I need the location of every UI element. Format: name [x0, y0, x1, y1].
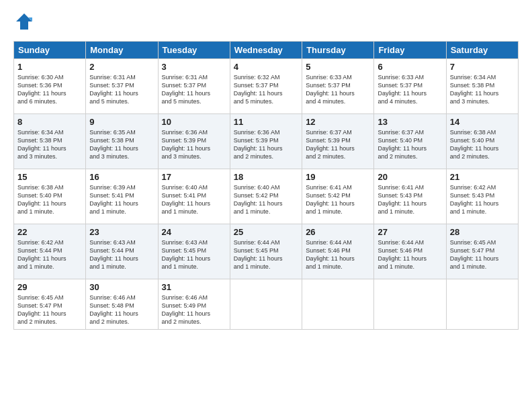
calendar-table: SundayMondayTuesdayWednesdayThursdayFrid…	[13, 41, 519, 330]
calendar-cell: 10Sunrise: 6:36 AM Sunset: 5:39 PM Dayli…	[158, 114, 230, 169]
day-number: 10	[162, 117, 226, 127]
calendar-cell: 3Sunrise: 6:31 AM Sunset: 5:37 PM Daylig…	[158, 59, 230, 114]
cell-text: Sunrise: 6:44 AM Sunset: 5:45 PM Dayligh…	[234, 238, 298, 271]
cell-text: Sunrise: 6:45 AM Sunset: 5:47 PM Dayligh…	[17, 293, 82, 326]
page: SundayMondayTuesdayWednesdayThursdayFrid…	[0, 0, 532, 411]
day-number: 9	[89, 117, 154, 127]
calendar-cell: 18Sunrise: 6:40 AM Sunset: 5:42 PM Dayli…	[230, 169, 302, 224]
day-number: 15	[17, 172, 82, 182]
calendar-cell: 4Sunrise: 6:32 AM Sunset: 5:37 PM Daylig…	[230, 59, 302, 114]
day-number: 6	[378, 62, 442, 72]
calendar-cell	[374, 279, 446, 330]
cell-text: Sunrise: 6:36 AM Sunset: 5:39 PM Dayligh…	[162, 128, 226, 161]
calendar-cell: 22Sunrise: 6:42 AM Sunset: 5:44 PM Dayli…	[14, 224, 86, 279]
calendar-header-wednesday: Wednesday	[230, 42, 302, 59]
cell-text: Sunrise: 6:43 AM Sunset: 5:45 PM Dayligh…	[162, 238, 226, 271]
calendar-header-sunday: Sunday	[14, 42, 86, 59]
day-number: 12	[306, 117, 370, 127]
calendar-cell: 31Sunrise: 6:46 AM Sunset: 5:49 PM Dayli…	[158, 279, 230, 330]
cell-text: Sunrise: 6:30 AM Sunset: 5:36 PM Dayligh…	[17, 73, 82, 106]
calendar-week-1: 1Sunrise: 6:30 AM Sunset: 5:36 PM Daylig…	[14, 59, 519, 114]
day-number: 29	[17, 282, 82, 292]
cell-text: Sunrise: 6:31 AM Sunset: 5:37 PM Dayligh…	[89, 73, 154, 106]
header	[13, 12, 519, 34]
calendar-cell: 19Sunrise: 6:41 AM Sunset: 5:42 PM Dayli…	[302, 169, 374, 224]
calendar-cell: 13Sunrise: 6:37 AM Sunset: 5:40 PM Dayli…	[374, 114, 446, 169]
cell-text: Sunrise: 6:34 AM Sunset: 5:38 PM Dayligh…	[450, 73, 515, 106]
cell-text: Sunrise: 6:41 AM Sunset: 5:42 PM Dayligh…	[306, 183, 370, 216]
calendar-week-2: 8Sunrise: 6:34 AM Sunset: 5:38 PM Daylig…	[14, 114, 519, 169]
calendar-week-3: 15Sunrise: 6:38 AM Sunset: 5:40 PM Dayli…	[14, 169, 519, 224]
calendar-cell: 26Sunrise: 6:44 AM Sunset: 5:46 PM Dayli…	[302, 224, 374, 279]
cell-text: Sunrise: 6:41 AM Sunset: 5:43 PM Dayligh…	[378, 183, 442, 216]
calendar-cell: 14Sunrise: 6:38 AM Sunset: 5:40 PM Dayli…	[446, 114, 518, 169]
calendar-cell: 8Sunrise: 6:34 AM Sunset: 5:38 PM Daylig…	[14, 114, 86, 169]
calendar-cell: 29Sunrise: 6:45 AM Sunset: 5:47 PM Dayli…	[14, 279, 86, 330]
cell-text: Sunrise: 6:44 AM Sunset: 5:46 PM Dayligh…	[378, 238, 442, 271]
cell-text: Sunrise: 6:46 AM Sunset: 5:48 PM Dayligh…	[89, 293, 154, 326]
day-number: 23	[89, 227, 154, 237]
calendar-cell: 15Sunrise: 6:38 AM Sunset: 5:40 PM Dayli…	[14, 169, 86, 224]
day-number: 27	[378, 227, 442, 237]
calendar-cell: 17Sunrise: 6:40 AM Sunset: 5:41 PM Dayli…	[158, 169, 230, 224]
day-number: 2	[89, 62, 154, 72]
cell-text: Sunrise: 6:36 AM Sunset: 5:39 PM Dayligh…	[234, 128, 298, 161]
day-number: 19	[306, 172, 370, 182]
calendar-cell: 9Sunrise: 6:35 AM Sunset: 5:38 PM Daylig…	[86, 114, 158, 169]
cell-text: Sunrise: 6:43 AM Sunset: 5:44 PM Dayligh…	[89, 238, 154, 271]
logo-text	[13, 12, 34, 34]
cell-text: Sunrise: 6:38 AM Sunset: 5:40 PM Dayligh…	[450, 128, 515, 161]
calendar-week-4: 22Sunrise: 6:42 AM Sunset: 5:44 PM Dayli…	[14, 224, 519, 279]
day-number: 21	[450, 172, 515, 182]
calendar-cell: 25Sunrise: 6:44 AM Sunset: 5:45 PM Dayli…	[230, 224, 302, 279]
cell-text: Sunrise: 6:34 AM Sunset: 5:38 PM Dayligh…	[17, 128, 82, 161]
day-number: 1	[17, 62, 82, 72]
calendar-cell: 5Sunrise: 6:33 AM Sunset: 5:37 PM Daylig…	[302, 59, 374, 114]
calendar-cell: 20Sunrise: 6:41 AM Sunset: 5:43 PM Dayli…	[374, 169, 446, 224]
calendar-cell: 12Sunrise: 6:37 AM Sunset: 5:39 PM Dayli…	[302, 114, 374, 169]
day-number: 7	[450, 62, 515, 72]
cell-text: Sunrise: 6:44 AM Sunset: 5:46 PM Dayligh…	[306, 238, 370, 271]
calendar-body: 1Sunrise: 6:30 AM Sunset: 5:36 PM Daylig…	[14, 59, 519, 330]
day-number: 5	[306, 62, 370, 72]
day-number: 3	[162, 62, 226, 72]
cell-text: Sunrise: 6:33 AM Sunset: 5:37 PM Dayligh…	[378, 73, 442, 106]
calendar-header-row: SundayMondayTuesdayWednesdayThursdayFrid…	[14, 42, 519, 59]
calendar-header-thursday: Thursday	[302, 42, 374, 59]
cell-text: Sunrise: 6:39 AM Sunset: 5:41 PM Dayligh…	[89, 183, 154, 216]
calendar-cell	[230, 279, 302, 330]
calendar-cell: 2Sunrise: 6:31 AM Sunset: 5:37 PM Daylig…	[86, 59, 158, 114]
calendar-header-tuesday: Tuesday	[158, 42, 230, 59]
day-number: 17	[162, 172, 226, 182]
day-number: 13	[378, 117, 442, 127]
day-number: 31	[162, 282, 226, 292]
day-number: 18	[234, 172, 298, 182]
calendar-cell: 16Sunrise: 6:39 AM Sunset: 5:41 PM Dayli…	[86, 169, 158, 224]
logo	[13, 12, 34, 34]
day-number: 16	[89, 172, 154, 182]
cell-text: Sunrise: 6:42 AM Sunset: 5:44 PM Dayligh…	[17, 238, 82, 271]
cell-text: Sunrise: 6:31 AM Sunset: 5:37 PM Dayligh…	[162, 73, 226, 106]
calendar-cell	[446, 279, 518, 330]
calendar-cell: 27Sunrise: 6:44 AM Sunset: 5:46 PM Dayli…	[374, 224, 446, 279]
calendar-header-saturday: Saturday	[446, 42, 518, 59]
calendar-cell: 30Sunrise: 6:46 AM Sunset: 5:48 PM Dayli…	[86, 279, 158, 330]
day-number: 28	[450, 227, 515, 237]
calendar-cell: 23Sunrise: 6:43 AM Sunset: 5:44 PM Dayli…	[86, 224, 158, 279]
day-number: 22	[17, 227, 82, 237]
day-number: 24	[162, 227, 226, 237]
day-number: 4	[234, 62, 298, 72]
calendar-cell: 28Sunrise: 6:45 AM Sunset: 5:47 PM Dayli…	[446, 224, 518, 279]
calendar-cell	[302, 279, 374, 330]
day-number: 14	[450, 117, 515, 127]
day-number: 30	[89, 282, 154, 292]
day-number: 8	[17, 117, 82, 127]
cell-text: Sunrise: 6:45 AM Sunset: 5:47 PM Dayligh…	[450, 238, 515, 271]
day-number: 25	[234, 227, 298, 237]
calendar-cell: 24Sunrise: 6:43 AM Sunset: 5:45 PM Dayli…	[158, 224, 230, 279]
cell-text: Sunrise: 6:40 AM Sunset: 5:41 PM Dayligh…	[162, 183, 226, 216]
calendar-week-5: 29Sunrise: 6:45 AM Sunset: 5:47 PM Dayli…	[14, 279, 519, 330]
day-number: 26	[306, 227, 370, 237]
cell-text: Sunrise: 6:46 AM Sunset: 5:49 PM Dayligh…	[162, 293, 226, 326]
cell-text: Sunrise: 6:32 AM Sunset: 5:37 PM Dayligh…	[234, 73, 298, 106]
